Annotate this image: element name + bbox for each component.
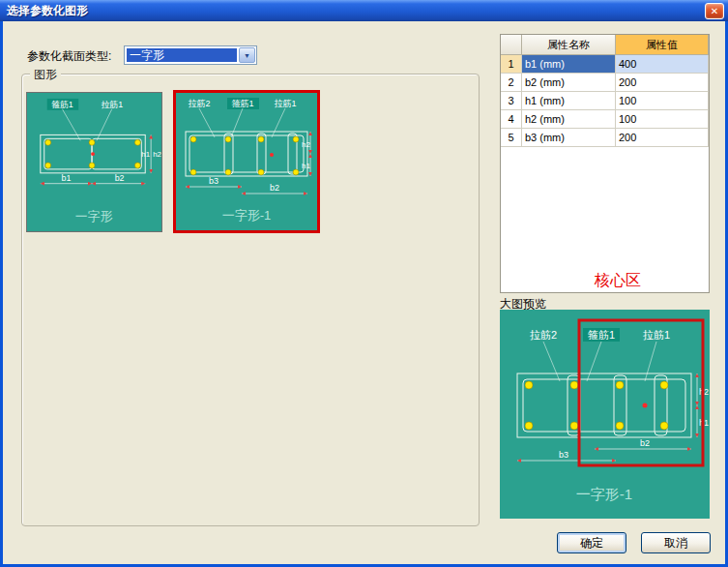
thumbnail-section-1[interactable]: 箍筋1 拉筋1 b1 b2 h1 h2 一字形	[26, 92, 162, 232]
property-name[interactable]: b3 (mm)	[522, 129, 616, 147]
large-preview: 拉筋2 箍筋1 拉筋1 b2 b3	[500, 310, 710, 519]
property-name[interactable]: b1 (mm)	[522, 55, 616, 74]
row-number: 1	[501, 55, 522, 74]
close-icon: ✕	[711, 6, 718, 16]
chevron-down-icon[interactable]: ▼	[239, 47, 255, 63]
row-number: 4	[501, 110, 522, 129]
property-name[interactable]: b2 (mm)	[522, 74, 616, 92]
col-header-value: 属性值	[616, 35, 709, 55]
property-value[interactable]: 100	[616, 92, 709, 110]
dim-label: h2	[302, 140, 310, 149]
rebar-label: 箍筋1	[231, 99, 253, 108]
table-header-row: 属性名称 属性值	[501, 35, 709, 55]
property-value[interactable]: 400	[616, 55, 709, 74]
property-table: 属性名称 属性值 1 b1 (mm) 400 2 b2 (mm) 200 3 h…	[500, 34, 710, 293]
dim-label: h2	[153, 150, 161, 159]
cancel-button[interactable]: 取消	[641, 532, 711, 553]
dialog-body: 参数化截面类型: 一字形 ▼ 图形 箍筋1 拉筋1	[3, 21, 725, 564]
section-type-combobox[interactable]: 一字形 ▼	[124, 45, 257, 65]
rebar-label: 拉筋2	[530, 329, 557, 341]
row-number: 3	[501, 92, 522, 110]
rebar-label: 箍筋1	[51, 100, 73, 109]
dialog-window: 选择参数化图形 ✕ 参数化截面类型: 一字形 ▼ 图形 箍筋1 拉筋1	[0, 0, 728, 567]
section-type-label: 参数化截面类型:	[27, 48, 111, 65]
dim-label: h1	[141, 150, 150, 159]
rebar-label: 拉筋1	[101, 100, 123, 109]
dim-label: b2	[115, 173, 125, 183]
preview-diagram: 拉筋2 箍筋1 拉筋1 b2 b3	[500, 310, 710, 519]
rebar-label: 箍筋1	[588, 329, 615, 341]
property-value[interactable]: 100	[616, 110, 709, 129]
row-number: 2	[501, 74, 522, 92]
ok-button[interactable]: 确定	[557, 532, 626, 553]
table-row[interactable]: 3 h1 (mm) 100	[501, 92, 709, 110]
table-row[interactable]: 4 h2 (mm) 100	[501, 110, 709, 129]
section-type-value: 一字形	[127, 48, 237, 62]
diagram-caption: 一字形-1	[576, 486, 632, 502]
rebar-label: 拉筋2	[188, 99, 210, 108]
table-row[interactable]: 1 b1 (mm) 400	[501, 55, 709, 74]
diagram-caption: 一字形-1	[222, 208, 272, 223]
table-row[interactable]: 5 b3 (mm) 200	[501, 129, 709, 147]
graphics-group-label: 图形	[30, 67, 61, 83]
property-value[interactable]: 200	[616, 74, 709, 92]
dim-label: b3	[559, 450, 568, 460]
table-row[interactable]: 2 b2 (mm) 200	[501, 74, 709, 92]
col-header-name: 属性名称	[522, 35, 616, 55]
rebar-label: 拉筋1	[643, 329, 670, 341]
diagram-caption: 一字形	[75, 209, 113, 224]
dim-label: h1	[302, 162, 310, 170]
rebar-label: 拉筋1	[274, 99, 296, 108]
col-header-rownum	[501, 35, 522, 55]
dim-label: b1	[61, 173, 71, 183]
property-name[interactable]: h2 (mm)	[522, 110, 616, 129]
property-name[interactable]: h1 (mm)	[522, 92, 616, 110]
close-button[interactable]: ✕	[705, 3, 724, 19]
section-diagram-1: 箍筋1 拉筋1 b1 b2 h1 h2 一字形	[27, 93, 161, 231]
thumbnail-section-2-selected[interactable]: 拉筋2 箍筋1 拉筋1 b3 b2	[173, 90, 320, 233]
window-title: 选择参数化图形	[7, 3, 705, 19]
row-number: 5	[501, 129, 522, 147]
titlebar: 选择参数化图形 ✕	[0, 0, 728, 21]
core-area-annotation: 核心区	[595, 271, 641, 291]
section-diagram-2: 拉筋2 箍筋1 拉筋1 b3 b2	[176, 93, 317, 230]
dim-label: b2	[270, 183, 279, 193]
dim-label: b2	[640, 438, 650, 448]
property-value[interactable]: 200	[616, 129, 709, 147]
dim-label: b3	[209, 176, 218, 186]
